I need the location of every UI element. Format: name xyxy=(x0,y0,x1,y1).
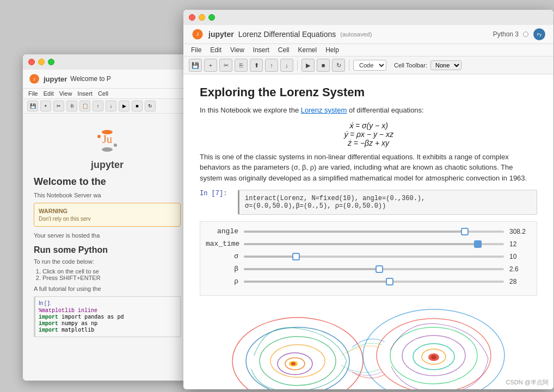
code-import-np: import numpy as np xyxy=(39,320,177,327)
code-import-mpl: import matplotlib xyxy=(39,327,177,333)
toolbar-stop-behind[interactable]: ■ xyxy=(132,101,143,111)
toolbar-save-behind[interactable]: 💾 xyxy=(27,101,38,111)
toolbar-save-front[interactable]: 💾 xyxy=(189,59,202,72)
slider-sigma-track[interactable] xyxy=(244,256,504,258)
equation-2: ẏ = ρx − y − xz xyxy=(200,130,537,139)
close-button-front[interactable] xyxy=(189,14,195,21)
toolbar-sep1 xyxy=(297,60,298,71)
slider-sigma-fill xyxy=(244,256,296,258)
slider-rho-label: ρ xyxy=(206,277,238,285)
toolbar-behind: 💾 + ✂ ⎘ 📋 ↑ ↓ ▶ ■ ↻ xyxy=(23,99,192,114)
toolbar-cut-front[interactable]: ✂ xyxy=(219,59,232,72)
svg-point-14 xyxy=(270,345,325,377)
menu-file-behind[interactable]: File xyxy=(28,90,38,97)
menu-cell-front[interactable]: Cell xyxy=(278,46,290,54)
toolbar-paste-front[interactable]: ⬆ xyxy=(250,59,263,72)
jupyter-wordmark-behind: jupyter xyxy=(44,75,67,83)
menu-edit-front[interactable]: Edit xyxy=(210,46,221,54)
jupyter-text-center: jupyter xyxy=(34,159,181,171)
slider-beta: β 2.6 xyxy=(206,265,531,273)
toolbar-copy-behind[interactable]: ⎘ xyxy=(66,101,77,111)
slider-beta-track[interactable] xyxy=(244,268,504,270)
slider-maxtime-track[interactable] xyxy=(244,243,504,245)
toolbar-add-front[interactable]: + xyxy=(204,59,217,72)
jupyter-logo-behind: J xyxy=(28,73,40,85)
toolbar-paste-behind[interactable]: 📋 xyxy=(79,101,90,111)
toolbar-down-front[interactable]: ↓ xyxy=(280,59,293,72)
svg-point-13 xyxy=(260,337,336,385)
cell-toolbar-select[interactable]: None xyxy=(430,60,461,70)
slider-rho: ρ 28 xyxy=(206,277,531,285)
menu-view-behind[interactable]: View xyxy=(59,90,72,97)
intro-text: In this Notebook we explore the xyxy=(200,106,299,114)
toolbar-cut-behind[interactable]: ✂ xyxy=(53,101,64,111)
instructions-list: Click on the cell to se Press SHIFT+ENTE… xyxy=(42,268,181,281)
code-cell-front[interactable]: In [7]: interact(Lorenz, N=fixed(10), an… xyxy=(200,190,537,215)
kernel-status-indicator xyxy=(523,32,528,37)
minimize-button-behind[interactable] xyxy=(38,59,45,65)
svg-text:Ju: Ju xyxy=(102,133,112,145)
slider-rho-track[interactable] xyxy=(244,281,504,283)
slider-angle-track[interactable] xyxy=(244,231,504,233)
cell-toolbar-section: Cell Toolbar: None xyxy=(394,60,461,70)
menu-insert-behind[interactable]: Insert xyxy=(77,90,93,97)
python-icon: Py xyxy=(533,28,546,41)
minimize-button-front[interactable] xyxy=(199,14,205,21)
slider-sigma-label: σ xyxy=(206,252,238,260)
slider-maxtime-value: 12 xyxy=(509,240,531,248)
lorenz-link[interactable]: Lorenz system xyxy=(301,106,347,114)
code-content-front[interactable]: interact(Lorenz, N=fixed(10), angle=(0.,… xyxy=(238,190,537,215)
menu-view-front[interactable]: View xyxy=(230,46,244,54)
toolbar-down-behind[interactable]: ↓ xyxy=(106,101,116,111)
slider-angle-thumb[interactable] xyxy=(461,228,469,235)
toolbar-run-front[interactable]: ▶ xyxy=(301,59,315,72)
cell-toolbar-label: Cell Toolbar: xyxy=(394,62,427,69)
header-front: J jupyter Lorenz Differential Equations … xyxy=(183,25,553,44)
code-import-pd: import import pandas as pd xyxy=(39,314,177,320)
content-behind: Ju jupyter Welcome to the This Notebook … xyxy=(23,114,192,352)
toolbar-run-behind[interactable]: ▶ xyxy=(119,101,130,111)
toolbar-copy-front[interactable]: ⎘ xyxy=(235,59,248,72)
menu-kernel-front[interactable]: Kernel xyxy=(298,46,317,54)
svg-text:J: J xyxy=(196,32,199,37)
slider-maxtime-thumb[interactable] xyxy=(474,240,482,248)
toolbar-front: 💾 + ✂ ⎘ ⬆ ↑ ↓ ▶ ■ ↻ Code Cell Toolbar: N… xyxy=(183,57,553,74)
toolbar-refresh-front[interactable]: ↻ xyxy=(332,59,345,72)
menu-edit-behind[interactable]: Edit xyxy=(44,90,54,97)
slider-rho-thumb[interactable] xyxy=(386,278,393,285)
jupyter-logo-center: Ju xyxy=(91,125,124,157)
close-button-behind[interactable] xyxy=(28,59,35,65)
toolbar-up-behind[interactable]: ↑ xyxy=(93,101,103,111)
menubar-front: File Edit View Insert Cell Kernel Help xyxy=(183,44,553,57)
svg-point-4 xyxy=(97,135,101,138)
slider-beta-thumb[interactable] xyxy=(376,265,383,273)
code-content-behind: %matplotlib inline import import pandas … xyxy=(39,308,177,333)
menu-help-front[interactable]: Help xyxy=(325,46,339,54)
slider-beta-value: 2.6 xyxy=(509,265,531,273)
menu-cell-behind[interactable]: Cell xyxy=(98,90,108,97)
toolbar-stop-front[interactable]: ■ xyxy=(317,59,330,72)
toolbar-up-front[interactable]: ↑ xyxy=(265,59,278,72)
toolbar-add-behind[interactable]: + xyxy=(40,101,51,111)
maximize-button-behind[interactable] xyxy=(48,59,54,65)
run-text: To run the code below: xyxy=(34,258,181,265)
description-behind: This Notebook Server wa xyxy=(34,192,181,198)
slider-rho-fill xyxy=(244,281,390,283)
toolbar-refresh-behind[interactable]: ↻ xyxy=(145,101,156,111)
watermark: CSDN @半点阿 xyxy=(506,378,549,387)
warning-title: WARNING xyxy=(39,208,176,214)
svg-text:Py: Py xyxy=(537,32,542,37)
intro-suffix: of differential equations: xyxy=(349,106,424,114)
jupyter-center-logo: Ju jupyter xyxy=(34,125,181,171)
instruction-2: Press SHIFT+ENTER xyxy=(42,275,181,281)
slider-angle-label: angle xyxy=(206,227,238,235)
svg-point-3 xyxy=(102,147,113,152)
maximize-button-front[interactable] xyxy=(208,14,215,21)
cell-type-select[interactable]: Code xyxy=(353,60,386,71)
slider-sigma-thumb[interactable] xyxy=(292,253,300,260)
slider-beta-fill xyxy=(244,268,379,270)
menu-file-front[interactable]: File xyxy=(191,46,201,54)
code-cell-behind[interactable]: In [ ]: %matplotlib inline import import… xyxy=(34,296,181,337)
welcome-title: Welcome to the xyxy=(34,176,181,188)
menu-insert-front[interactable]: Insert xyxy=(253,46,269,54)
